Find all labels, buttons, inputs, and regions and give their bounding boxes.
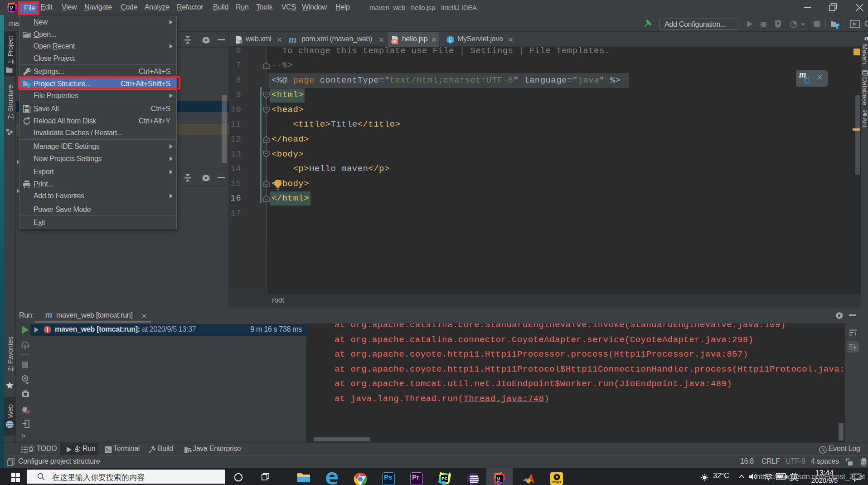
svg-text:EE: EE [188,450,192,453]
svg-text:IJ: IJ [10,5,13,10]
svg-text:IJ: IJ [497,475,500,480]
svg-text:JSP: JSP [392,40,398,43]
svg-text:C: C [449,37,453,43]
svg-text:9: 9 [24,344,26,350]
svg-text:PC: PC [442,476,448,481]
